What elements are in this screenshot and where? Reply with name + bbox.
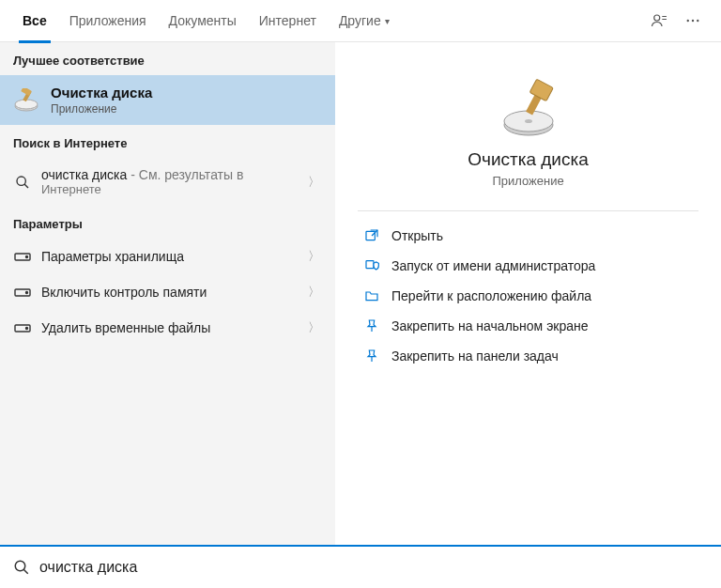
search-icon xyxy=(13,559,30,576)
section-best-match: Лучшее соответствие xyxy=(0,42,335,75)
pin-icon xyxy=(361,348,382,364)
results-panel: Лучшее соответствие Очистка диска Прилож… xyxy=(0,42,335,545)
svg-rect-21 xyxy=(366,231,375,240)
tab-all-label: Все xyxy=(23,13,47,28)
tab-other-label: Другие xyxy=(339,13,381,28)
web-search-row[interactable]: очистка диска - См. результаты в Интерне… xyxy=(0,158,335,206)
svg-point-2 xyxy=(692,20,694,22)
action-run-as-admin[interactable]: Запуск от имени администратора xyxy=(358,251,698,281)
disk-cleanup-icon xyxy=(11,87,41,114)
svg-point-18 xyxy=(525,119,532,123)
tab-web[interactable]: Интернет xyxy=(248,0,328,42)
settings-row-storage[interactable]: Параметры хранилища 〉 xyxy=(0,239,335,274)
tab-web-label: Интернет xyxy=(259,13,316,28)
svg-line-9 xyxy=(24,184,28,188)
settings-row-storage-sense[interactable]: Включить контроль памяти 〉 xyxy=(0,274,335,310)
tab-other[interactable]: Другие ▾ xyxy=(328,0,401,42)
svg-point-3 xyxy=(697,20,698,22)
search-input[interactable] xyxy=(39,559,708,576)
folder-icon xyxy=(361,288,382,303)
action-label: Закрепить на начальном экране xyxy=(391,318,589,333)
svg-rect-22 xyxy=(366,261,374,269)
disk-cleanup-large-icon xyxy=(496,78,561,138)
svg-point-0 xyxy=(654,15,660,21)
tabs-bar: Все Приложения Документы Интернет Другие… xyxy=(0,0,721,42)
svg-point-13 xyxy=(26,292,28,294)
tab-apps-label: Приложения xyxy=(69,13,146,28)
feedback-icon[interactable] xyxy=(642,12,676,29)
divider xyxy=(358,210,698,211)
settings-row-delete-temp[interactable]: Удалить временные файлы 〉 xyxy=(0,310,335,346)
web-query-text: очистка диска xyxy=(41,167,127,182)
action-label: Закрепить на панели задач xyxy=(391,348,559,364)
more-icon[interactable] xyxy=(676,12,710,29)
search-icon xyxy=(11,175,34,190)
tab-docs[interactable]: Документы xyxy=(158,0,248,42)
section-settings: Параметры xyxy=(0,206,335,239)
best-match-title: Очистка диска xyxy=(51,85,152,101)
chevron-right-icon: 〉 xyxy=(304,248,324,265)
action-label: Запуск от имени администратора xyxy=(391,258,595,273)
search-bar[interactable] xyxy=(0,545,721,588)
web-line2-text: Интернете xyxy=(41,182,304,196)
action-open[interactable]: Открыть xyxy=(358,221,698,251)
preview-subtitle: Приложение xyxy=(358,174,698,188)
web-suffix-text: - См. результаты в xyxy=(127,167,243,182)
svg-point-1 xyxy=(687,20,689,22)
action-label: Перейти к расположению файла xyxy=(391,288,591,303)
action-pin-to-start[interactable]: Закрепить на начальном экране xyxy=(358,311,698,341)
action-pin-to-taskbar[interactable]: Закрепить на панели задач xyxy=(358,341,698,371)
best-match-row[interactable]: Очистка диска Приложение xyxy=(0,75,335,125)
preview-panel: Очистка диска Приложение Открыть Запуск … xyxy=(335,42,721,545)
svg-point-11 xyxy=(26,256,28,258)
best-match-subtitle: Приложение xyxy=(51,102,152,116)
storage-icon xyxy=(11,286,34,299)
chevron-down-icon: ▾ xyxy=(385,16,390,26)
tab-apps[interactable]: Приложения xyxy=(58,0,158,42)
action-open-file-location[interactable]: Перейти к расположению файла xyxy=(358,281,698,311)
open-icon xyxy=(361,228,382,243)
tab-docs-label: Документы xyxy=(169,13,237,28)
section-web-search: Поиск в Интернете xyxy=(0,125,335,158)
storage-icon xyxy=(11,321,34,334)
settings-row-label: Включить контроль памяти xyxy=(41,285,207,300)
chevron-right-icon: 〉 xyxy=(304,319,324,336)
action-label: Открыть xyxy=(391,228,443,243)
chevron-right-icon: 〉 xyxy=(304,284,324,301)
chevron-right-icon: 〉 xyxy=(304,174,324,191)
svg-line-26 xyxy=(23,569,28,574)
svg-point-8 xyxy=(17,177,25,185)
svg-point-15 xyxy=(26,328,28,330)
main-area: Лучшее соответствие Очистка диска Прилож… xyxy=(0,42,721,545)
tab-all[interactable]: Все xyxy=(11,0,58,42)
settings-row-label: Удалить временные файлы xyxy=(41,320,210,335)
storage-icon xyxy=(11,250,34,263)
pin-icon xyxy=(361,318,382,333)
shield-icon xyxy=(361,258,382,273)
svg-point-25 xyxy=(15,561,25,571)
settings-row-label: Параметры хранилища xyxy=(41,249,184,264)
preview-title: Очистка диска xyxy=(358,149,698,170)
